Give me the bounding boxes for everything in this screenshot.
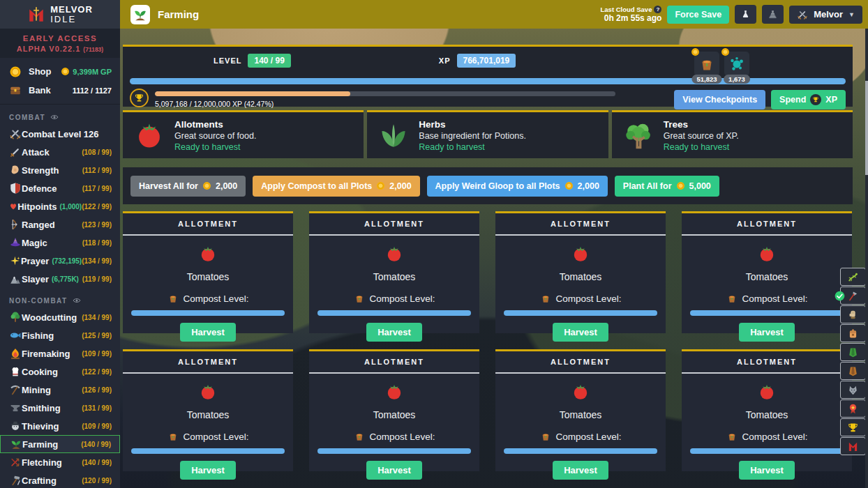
minibar-item-medal[interactable] (840, 399, 866, 418)
sword-icon (9, 146, 22, 158)
harvest-button[interactable]: Harvest (739, 323, 795, 342)
glove-icon (847, 309, 859, 321)
help-icon[interactable]: ? (654, 6, 661, 13)
sidebar-item-fishing[interactable]: Fishing(125 / 99) (0, 326, 120, 344)
sidebar-item-thieving[interactable]: Thieving(109 / 99) (0, 417, 120, 435)
category-status: Ready to harvest (664, 142, 739, 152)
check-badge-icon (835, 291, 845, 301)
slayer-icon (9, 273, 22, 285)
sidebar-item-smithing[interactable]: Smithing(131 / 99) (0, 399, 120, 417)
category-card-allotments[interactable]: AllotmentsGreat source of food.Ready to … (123, 110, 364, 158)
mastery-item-compost[interactable]: 51,823 (694, 52, 719, 76)
xp-badge: 766,701,019 (457, 54, 516, 68)
sidebar-item-mining[interactable]: Mining(126 / 99) (0, 381, 120, 399)
sidebar-item-cooking[interactable]: Cooking(122 / 99) (0, 363, 120, 381)
harvest-button[interactable]: Harvest (180, 323, 236, 342)
account-menu-button[interactable]: Melvor ▼ (789, 6, 862, 24)
compost-icon (540, 293, 551, 304)
mastery-item-gloop[interactable]: 1,673 (724, 52, 749, 76)
plot-type-header: ALLOTMENT (123, 213, 293, 236)
compost-progress-bar (690, 448, 844, 454)
category-status: Ready to harvest (174, 142, 256, 152)
topbar-controls: Last Cloud Save ? 0h 2m 55s ago Force Sa… (601, 5, 868, 24)
cloud-save-label: Last Cloud Save (601, 6, 652, 13)
compost-level-row: Compost Level: (131, 293, 285, 304)
skill-level: (119 / 99) (82, 275, 112, 283)
sidebar-item-woodcutting[interactable]: Woodcutting(134 / 99) (0, 308, 120, 326)
spend-mastery-xp-button[interactable]: Spend XP (771, 90, 846, 109)
sprout-icon (10, 438, 22, 450)
trophy-icon (847, 422, 859, 434)
potion-button[interactable] (735, 5, 756, 24)
plot-body: TomatoesCompost Level:Harvest (682, 374, 852, 480)
harvest-button[interactable]: Harvest (553, 461, 608, 480)
plot-card: ALLOTMENTTomatoesCompost Level:Harvest (682, 211, 852, 333)
harvest-all-for-button[interactable]: Harvest All for2,000 (130, 176, 246, 197)
thief-icon (9, 420, 22, 432)
shrine-button[interactable] (762, 5, 784, 24)
sidebar-item-ranged[interactable]: Ranged(123 / 99) (0, 215, 120, 234)
sidebar-item-bank[interactable]: Bank 1112 / 1127 (0, 81, 120, 100)
sidebar-item-fletching[interactable]: Fletching(140 / 99) (0, 453, 120, 471)
minibar-item-glove[interactable] (840, 305, 866, 323)
trophy-icon (810, 94, 821, 105)
minibar (840, 268, 866, 455)
skill-level: (118 / 99) (82, 239, 112, 247)
sidebar-item-strength[interactable]: Strength(112 / 99) (0, 161, 120, 179)
category-card-herbs[interactable]: HerbsBase ingredient for Potions.Ready t… (367, 110, 608, 158)
cape-green-icon (847, 346, 859, 358)
sidebar-item-combat-level-126[interactable]: Combat Level 126 (0, 125, 120, 143)
page-title: Farming (158, 8, 199, 20)
force-save-button[interactable]: Force Save (667, 6, 729, 24)
sidebar-item-hitpoints[interactable]: Hitpoints(1,000)(122 / 99) (0, 197, 120, 215)
minibar-item-bag[interactable] (840, 324, 866, 342)
sidebar-item-attack[interactable]: Attack(108 / 99) (0, 143, 120, 161)
anvil-icon (9, 402, 22, 414)
melvor-m-icon (27, 6, 45, 24)
melvor-logo[interactable]: MELVOR IDLE (0, 0, 120, 29)
sidebar-item-shop[interactable]: Shop 9,399M GP (0, 62, 120, 81)
axe-icon (847, 290, 859, 302)
sidebar-item-slayer[interactable]: Slayer(6,775K)(119 / 99) (0, 270, 120, 288)
minibar-item-axe[interactable] (840, 287, 866, 305)
scrollbar-thumb[interactable] (865, 81, 868, 175)
bag-icon (847, 328, 859, 340)
trophy-icon (134, 93, 144, 103)
minibar-item-gecko[interactable] (840, 268, 866, 286)
harvest-button[interactable]: Harvest (180, 461, 236, 480)
compost-icon (540, 431, 551, 442)
action-cost: 2,000 (389, 181, 411, 191)
xp-label: XP (439, 56, 451, 65)
sidebar-item-magic[interactable]: Magic(118 / 99) (0, 234, 120, 252)
sidebar-item-firemaking[interactable]: Firemaking(109 / 99) (0, 344, 120, 363)
plot-type-header: ALLOTMENT (309, 351, 479, 374)
category-card-trees[interactable]: TreesGreat source of XP.Ready to harvest (612, 110, 853, 158)
minibar-item-cape-orange[interactable] (840, 362, 866, 380)
apply-weird-gloop-to-all-plots-button[interactable]: Apply Weird Gloop to all Plots2,000 (427, 176, 608, 197)
view-checkpoints-button[interactable]: View Checkpoints (674, 90, 765, 109)
skill-label: Combat Level 126 (22, 129, 99, 139)
plot-grid: ALLOTMENTTomatoesCompost Level:HarvestAL… (123, 211, 852, 471)
plot-card: ALLOTMENTTomatoesCompost Level:Harvest (495, 211, 666, 333)
minibar-item-cape-green[interactable] (840, 343, 866, 361)
sidebar-item-prayer[interactable]: Prayer(732,195)(134 / 99) (0, 252, 120, 270)
tomato-icon (199, 383, 217, 401)
sparkles-icon (9, 254, 21, 267)
scrollbar[interactable] (865, 29, 868, 488)
minibar-item-wolf[interactable] (840, 381, 866, 399)
plot-crop-name: Tomatoes (317, 271, 471, 282)
apply-compost-to-all-plots-button[interactable]: Apply Compost to all Plots2,000 (253, 176, 419, 197)
plant-all-for-button[interactable]: Plant All for5,000 (615, 176, 719, 197)
sidebar-item-crafting[interactable]: Crafting(120 / 99) (0, 471, 120, 488)
harvest-button[interactable]: Harvest (553, 323, 608, 342)
sidebar-item-farming[interactable]: Farming(140 / 99) (0, 435, 120, 453)
action-cost: 5,000 (689, 181, 711, 191)
minibar-item-trophy[interactable] (840, 418, 866, 436)
harvest-button[interactable]: Harvest (366, 323, 422, 342)
wizard-hat-icon (9, 236, 22, 249)
harvest-button[interactable]: Harvest (366, 461, 422, 480)
plot-card: ALLOTMENTTomatoesCompost Level:Harvest (495, 349, 666, 471)
minibar-item-melvor-m[interactable] (840, 437, 866, 455)
sidebar-item-defence[interactable]: Defence(117 / 99) (0, 179, 120, 197)
harvest-button[interactable]: Harvest (739, 461, 795, 480)
